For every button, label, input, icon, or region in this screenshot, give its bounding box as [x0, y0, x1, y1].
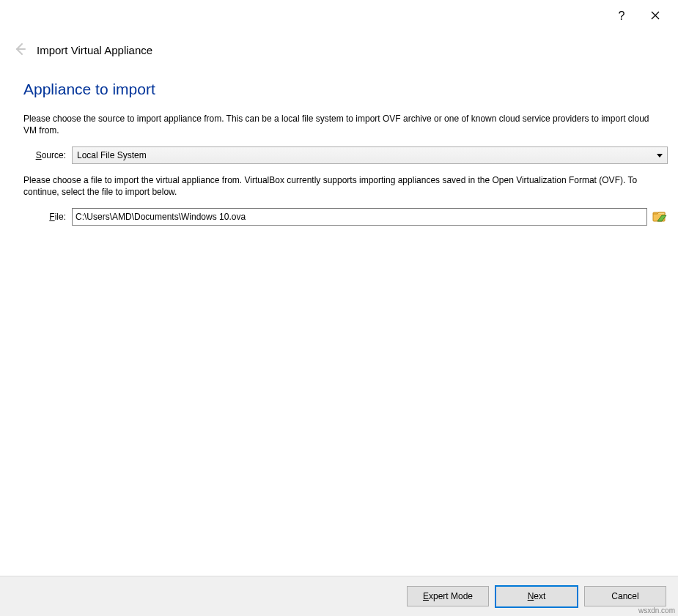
wizard-header: Import Virtual Appliance: [0, 37, 678, 63]
cancel-label: Cancel: [611, 591, 638, 601]
source-dropdown-value: Local File System: [77, 150, 147, 160]
folder-open-icon: [652, 209, 667, 225]
close-button[interactable]: [638, 4, 672, 28]
help-button[interactable]: ?: [605, 4, 638, 28]
file-description: Please choose a file to import the virtu…: [23, 174, 654, 198]
file-label-text: ile:: [55, 212, 66, 222]
title-bar: ?: [0, 0, 678, 32]
source-row: Source: Local File System: [23, 146, 668, 164]
file-label: File:: [23, 212, 72, 222]
expert-hotkey: E: [423, 591, 429, 601]
wizard-title: Import Virtual Appliance: [37, 44, 152, 56]
watermark: wsxdn.com: [638, 606, 675, 615]
source-hotkey: S: [36, 150, 42, 160]
file-row: File: C:\Users\AMD\Documents\Windows 10.…: [23, 208, 668, 226]
wizard-footer: Expert Mode Next Cancel: [0, 576, 678, 616]
expert-label: xpert Mode: [429, 591, 473, 601]
back-button[interactable]: [10, 40, 29, 59]
close-icon: [651, 11, 660, 22]
page-heading: Appliance to import: [23, 81, 668, 98]
arrow-left-icon: [13, 42, 26, 58]
next-button[interactable]: Next: [495, 585, 578, 608]
help-icon: ?: [619, 10, 625, 23]
source-label: Source:: [23, 150, 72, 160]
cancel-button[interactable]: Cancel: [584, 586, 666, 606]
source-label-text: ource:: [42, 150, 66, 160]
source-dropdown[interactable]: Local File System: [72, 146, 668, 164]
next-label: ext: [534, 591, 545, 601]
file-input[interactable]: C:\Users\AMD\Documents\Windows 10.ova: [72, 208, 647, 226]
chevron-down-icon: [655, 150, 665, 160]
wizard-content: Appliance to import Please choose the so…: [23, 73, 668, 572]
source-description: Please choose the source to import appli…: [23, 113, 654, 136]
file-input-value: C:\Users\AMD\Documents\Windows 10.ova: [75, 212, 246, 222]
svg-marker-3: [657, 154, 663, 157]
browse-button[interactable]: [652, 209, 668, 225]
expert-mode-button[interactable]: Expert Mode: [407, 586, 489, 606]
file-hotkey: F: [49, 212, 54, 222]
